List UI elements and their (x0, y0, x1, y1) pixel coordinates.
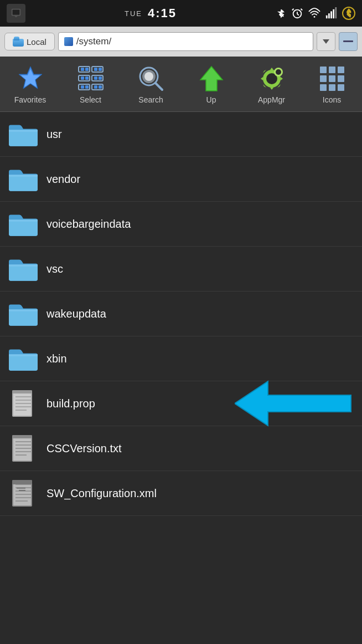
svg-rect-51 (320, 67, 327, 73)
file-name: xbin (46, 352, 67, 365)
path-field[interactable]: /system/ (58, 32, 313, 51)
file-name: vendor (46, 173, 80, 186)
status-time: 4:15 (148, 6, 177, 21)
list-item-build-prop[interactable]: build.prop (0, 381, 362, 426)
minimize-icon (343, 40, 353, 43)
svg-rect-87 (19, 490, 25, 491)
svg-marker-68 (235, 381, 351, 426)
cyan-arrow-annotation (235, 376, 356, 431)
select-icon (76, 64, 105, 93)
folder-icon (9, 344, 38, 373)
svg-rect-17 (85, 68, 89, 71)
svg-rect-7 (330, 11, 332, 18)
address-bar: Local /system/ (0, 27, 362, 57)
chevron-down-icon (322, 37, 330, 46)
svg-rect-16 (81, 68, 84, 71)
svg-marker-40 (270, 88, 273, 90)
svg-rect-29 (85, 85, 89, 89)
svg-rect-55 (329, 75, 335, 82)
svg-rect-23 (85, 76, 89, 80)
list-item[interactable]: xbin (0, 336, 362, 381)
list-item[interactable]: SW_Configuration.xml (0, 471, 362, 516)
svg-rect-67 (12, 390, 32, 393)
search-label: Search (138, 95, 163, 104)
svg-rect-31 (94, 85, 97, 89)
svg-rect-6 (328, 13, 330, 18)
list-item[interactable]: vendor (0, 157, 362, 202)
svg-rect-56 (338, 75, 344, 82)
svg-rect-9 (335, 7, 337, 18)
toolbar-search[interactable]: Search (121, 57, 181, 111)
folder-icon (9, 254, 38, 283)
local-label: Local (27, 37, 46, 47)
svg-rect-20 (99, 68, 102, 71)
status-bar-left (7, 4, 25, 23)
svg-rect-28 (81, 85, 84, 89)
toolbar-appmgr[interactable]: AppMgr (241, 57, 302, 111)
svg-rect-86 (17, 488, 25, 489)
dropdown-button[interactable] (317, 32, 335, 51)
svg-rect-19 (94, 68, 97, 71)
svg-marker-2 (14, 16, 18, 18)
icons-icon (318, 64, 347, 93)
folder-icon (9, 299, 38, 328)
txt-file-icon (9, 434, 38, 463)
icons-label: Icons (323, 95, 341, 104)
appmgr-label: AppMgr (258, 95, 285, 104)
svg-rect-59 (338, 84, 344, 91)
toolbar-icons[interactable]: Icons (302, 57, 362, 111)
file-name: wakeupdata (46, 308, 106, 320)
file-name: usr (46, 128, 62, 141)
svg-rect-1 (13, 10, 20, 15)
signal-icon (325, 7, 338, 19)
folder-icon (9, 120, 38, 149)
list-item[interactable]: vsc (0, 247, 362, 292)
prop-file-icon (9, 389, 38, 418)
svg-rect-85 (12, 480, 32, 484)
select-label: Select (80, 95, 101, 104)
svg-point-4 (314, 16, 316, 18)
status-bar-center: TUE 4:15 (125, 6, 177, 21)
folder-icon (9, 165, 38, 193)
status-bar-right (276, 7, 355, 20)
svg-rect-52 (329, 67, 335, 73)
svg-rect-58 (329, 84, 335, 91)
folder-icon (9, 209, 38, 238)
toolbar-favorites[interactable]: Favorites (0, 57, 60, 111)
status-day: TUE (125, 9, 142, 18)
file-name: CSCVersion.txt (46, 442, 122, 455)
svg-rect-22 (81, 76, 84, 80)
svg-rect-57 (320, 84, 327, 91)
file-list: usr vendor voicebargeindata (0, 112, 362, 516)
svg-rect-25 (94, 76, 97, 80)
svg-marker-39 (270, 68, 273, 70)
svg-marker-11 (323, 39, 329, 44)
svg-marker-37 (200, 67, 223, 91)
battery-icon (342, 7, 355, 20)
appmgr-icon (257, 64, 286, 93)
local-button[interactable]: Local (4, 33, 55, 50)
wifi-icon (308, 7, 321, 19)
toolbar-up[interactable]: Up (181, 57, 241, 111)
file-name: build.prop (46, 397, 95, 410)
svg-rect-54 (320, 75, 327, 82)
minimize-button[interactable] (339, 32, 358, 51)
svg-marker-42 (281, 77, 283, 80)
list-item[interactable]: voicebargeindata (0, 202, 362, 247)
list-item[interactable]: usr (0, 112, 362, 157)
svg-line-36 (156, 83, 162, 90)
path-text: /system/ (76, 36, 307, 47)
bluetooth-icon (276, 7, 287, 20)
file-name: voicebargeindata (46, 218, 131, 231)
svg-rect-32 (99, 85, 102, 89)
svg-rect-26 (99, 76, 102, 80)
path-icon (64, 37, 73, 46)
svg-rect-76 (12, 435, 32, 438)
list-item[interactable]: CSCVersion.txt (0, 426, 362, 471)
toolbar-select[interactable]: Select (60, 57, 121, 111)
list-item[interactable]: wakeupdata (0, 292, 362, 336)
toolbar: Favorites Select (0, 57, 362, 112)
up-icon (197, 64, 226, 93)
svg-rect-8 (333, 9, 334, 18)
up-label: Up (206, 95, 216, 104)
